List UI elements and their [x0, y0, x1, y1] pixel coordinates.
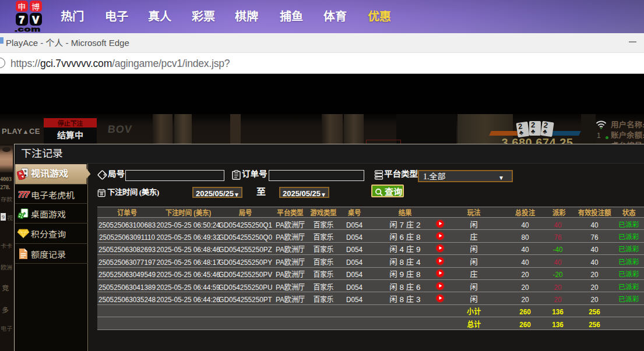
svg-text:777: 777: [17, 190, 30, 199]
